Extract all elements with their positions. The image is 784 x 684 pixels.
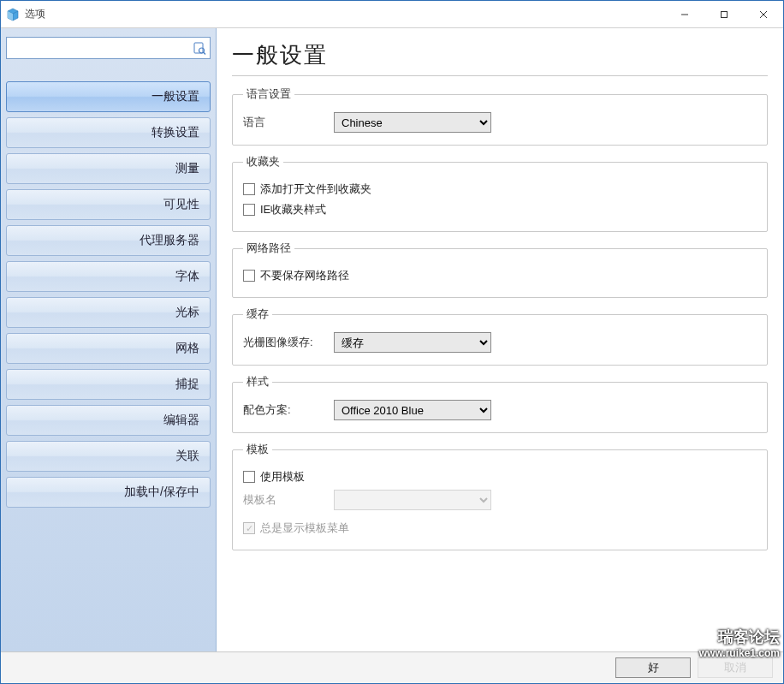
template-name-label: 模板名 — [243, 492, 325, 508]
sidebar-item-label: 编辑器 — [163, 413, 199, 428]
label-add-open-to-fav: 添加打开文件到收藏夹 — [260, 181, 371, 197]
minimize-button[interactable] — [665, 1, 704, 28]
group-favorites-legend: 收藏夹 — [243, 154, 283, 170]
app-icon — [6, 8, 20, 21]
group-style-legend: 样式 — [243, 374, 272, 390]
group-cache: 缓存 光栅图像缓存: 缓存 — [232, 306, 768, 366]
window-title: 选项 — [25, 7, 45, 21]
sidebar-item-7[interactable]: 网格 — [6, 333, 211, 364]
group-template: 模板 使用模板 模板名 ✓ 总是显示模板菜单 — [232, 442, 768, 550]
search-box[interactable] — [6, 37, 211, 59]
main-panel: 一般设置 语言设置 语言 Chinese 收藏夹 添加打开文件到收藏夹 — [217, 28, 783, 651]
cancel-button[interactable]: 取消 — [698, 657, 773, 678]
sidebar-item-label: 一般设置 — [151, 89, 199, 104]
sidebar-item-9[interactable]: 编辑器 — [6, 405, 211, 436]
sidebar-item-label: 加载中/保存中 — [124, 485, 199, 500]
footer: 好 取消 — [1, 651, 783, 683]
label-no-save-netpath: 不要保存网络路径 — [260, 268, 349, 283]
sidebar-item-3[interactable]: 可见性 — [6, 189, 211, 220]
label-ie-fav-style: IE收藏夹样式 — [260, 202, 326, 217]
cache-label: 光栅图像缓存: — [243, 335, 325, 350]
svg-rect-0 — [722, 11, 728, 17]
sidebar-item-1[interactable]: 转换设置 — [6, 117, 211, 148]
page-title: 一般设置 — [232, 40, 768, 70]
style-label: 配色方案: — [243, 402, 325, 418]
group-language: 语言设置 语言 Chinese — [232, 86, 768, 146]
label-always-show-template-menu: 总是显示模板菜单 — [260, 520, 349, 536]
checkbox-always-show-template-menu: ✓ — [243, 522, 255, 534]
sidebar-item-label: 捕捉 — [175, 377, 199, 392]
sidebar-item-label: 网格 — [175, 341, 199, 356]
sidebar: 一般设置 转换设置 测量 可见性 代理服务器 字体 光标 网格 捕捉 编辑器 关… — [1, 28, 217, 651]
sidebar-item-5[interactable]: 字体 — [6, 261, 211, 292]
group-style: 样式 配色方案: Office 2010 Blue — [232, 374, 768, 433]
label-use-template: 使用模板 — [260, 469, 305, 485]
sidebar-item-0[interactable]: 一般设置 — [6, 81, 211, 112]
sidebar-item-2[interactable]: 测量 — [6, 153, 211, 184]
sidebar-item-6[interactable]: 光标 — [6, 297, 211, 328]
close-button[interactable] — [744, 1, 783, 28]
group-template-legend: 模板 — [243, 442, 272, 457]
sidebar-item-label: 代理服务器 — [140, 233, 199, 248]
ok-button[interactable]: 好 — [615, 657, 691, 678]
sidebar-item-label: 测量 — [175, 161, 199, 176]
language-select[interactable]: Chinese — [334, 112, 491, 133]
language-label: 语言 — [243, 115, 325, 130]
maximize-button[interactable] — [704, 1, 744, 28]
sidebar-item-8[interactable]: 捕捉 — [6, 369, 211, 400]
options-window: 选项 一般设置 转换设置 测量 可见性 代理服 — [0, 0, 784, 684]
group-cache-legend: 缓存 — [243, 306, 272, 322]
sidebar-item-11[interactable]: 加载中/保存中 — [6, 477, 211, 508]
titlebar: 选项 — [1, 1, 783, 28]
group-netpath-legend: 网络路径 — [243, 241, 294, 256]
checkbox-ie-fav-style[interactable] — [243, 204, 255, 216]
template-name-select — [334, 490, 491, 510]
search-input[interactable] — [10, 40, 193, 57]
sidebar-item-10[interactable]: 关联 — [6, 441, 211, 472]
checkbox-no-save-netpath[interactable] — [243, 270, 255, 282]
divider — [232, 75, 768, 76]
sidebar-item-label: 转换设置 — [151, 125, 199, 140]
sidebar-item-label: 光标 — [175, 305, 199, 320]
sidebar-item-label: 字体 — [175, 269, 199, 284]
group-language-legend: 语言设置 — [243, 86, 294, 102]
search-icon[interactable] — [193, 41, 206, 55]
group-netpath: 网络路径 不要保存网络路径 — [232, 241, 768, 298]
checkbox-add-open-to-fav[interactable] — [243, 183, 255, 195]
sidebar-item-label: 关联 — [175, 449, 199, 464]
checkbox-use-template[interactable] — [243, 471, 255, 483]
sidebar-item-4[interactable]: 代理服务器 — [6, 225, 211, 256]
group-favorites: 收藏夹 添加打开文件到收藏夹 IE收藏夹样式 — [232, 154, 768, 232]
style-select[interactable]: Office 2010 Blue — [334, 400, 491, 420]
sidebar-item-label: 可见性 — [163, 197, 199, 212]
cache-select[interactable]: 缓存 — [334, 332, 491, 353]
